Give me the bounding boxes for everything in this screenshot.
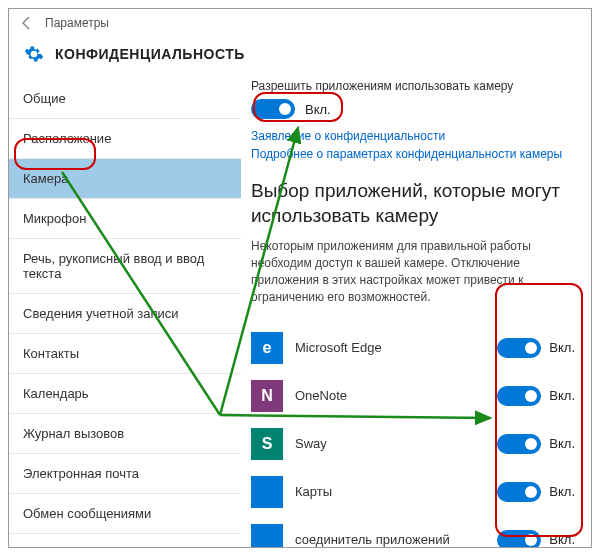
- section-description: Некоторым приложениям для правильной раб…: [251, 238, 575, 305]
- back-button[interactable]: [17, 13, 37, 33]
- section-heading: Выбор приложений, которые могут использо…: [251, 179, 575, 228]
- page-title: КОНФИДЕНЦИАЛЬНОСТЬ: [55, 46, 245, 62]
- gear-icon: [23, 43, 45, 65]
- app-row: eMicrosoft EdgeВкл.: [251, 324, 575, 372]
- sidebar-item[interactable]: Журнал вызовов: [9, 414, 241, 454]
- app-icon: [251, 524, 283, 547]
- permission-label: Разрешить приложениям использовать камер…: [251, 79, 575, 93]
- app-toggle[interactable]: [497, 386, 541, 406]
- app-toggle-state: Вкл.: [549, 436, 575, 451]
- sidebar-item[interactable]: Обмен сообщениями: [9, 494, 241, 534]
- app-toggle-state: Вкл.: [549, 484, 575, 499]
- app-icon: S: [251, 428, 283, 460]
- app-row: NOneNoteВкл.: [251, 372, 575, 420]
- app-toggle-state: Вкл.: [549, 388, 575, 403]
- camera-privacy-link[interactable]: Подробнее о параметрах конфиденциальност…: [251, 147, 575, 161]
- sidebar-item[interactable]: Микрофон: [9, 199, 241, 239]
- app-toggle[interactable]: [497, 434, 541, 454]
- sidebar-item[interactable]: Расположение: [9, 119, 241, 159]
- app-toggle-state: Вкл.: [549, 532, 575, 547]
- sidebar-item[interactable]: Контакты: [9, 334, 241, 374]
- camera-master-toggle[interactable]: [251, 99, 295, 119]
- app-row: соединитель приложенийВкл.: [251, 516, 575, 547]
- app-toggle[interactable]: [497, 482, 541, 502]
- app-icon: N: [251, 380, 283, 412]
- sidebar-item[interactable]: Камера: [9, 159, 241, 199]
- app-toggle[interactable]: [497, 530, 541, 547]
- app-icon: [251, 476, 283, 508]
- app-name: Карты: [295, 484, 485, 499]
- app-name: соединитель приложений: [295, 532, 485, 547]
- app-row: КартыВкл.: [251, 468, 575, 516]
- app-icon: e: [251, 332, 283, 364]
- app-name: OneNote: [295, 388, 485, 403]
- app-list: eMicrosoft EdgeВкл.NOneNoteВкл.SSwayВкл.…: [251, 324, 575, 547]
- camera-master-toggle-state: Вкл.: [305, 102, 331, 117]
- sidebar-item[interactable]: Речь, рукописный ввод и ввод текста: [9, 239, 241, 294]
- app-toggle[interactable]: [497, 338, 541, 358]
- sidebar-item[interactable]: Электронная почта: [9, 454, 241, 494]
- app-row: SSwayВкл.: [251, 420, 575, 468]
- app-name: Microsoft Edge: [295, 340, 485, 355]
- window-title: Параметры: [45, 16, 109, 30]
- main-panel: Разрешить приложениям использовать камер…: [241, 79, 591, 547]
- sidebar-item[interactable]: Календарь: [9, 374, 241, 414]
- app-name: Sway: [295, 436, 485, 451]
- sidebar-item[interactable]: Общие: [9, 79, 241, 119]
- sidebar-item[interactable]: Сведения учетной записи: [9, 294, 241, 334]
- sidebar: ОбщиеРасположениеКамераМикрофонРечь, рук…: [9, 79, 241, 547]
- sidebar-item[interactable]: Радио: [9, 534, 241, 547]
- app-toggle-state: Вкл.: [549, 340, 575, 355]
- privacy-statement-link[interactable]: Заявление о конфиденциальности: [251, 129, 575, 143]
